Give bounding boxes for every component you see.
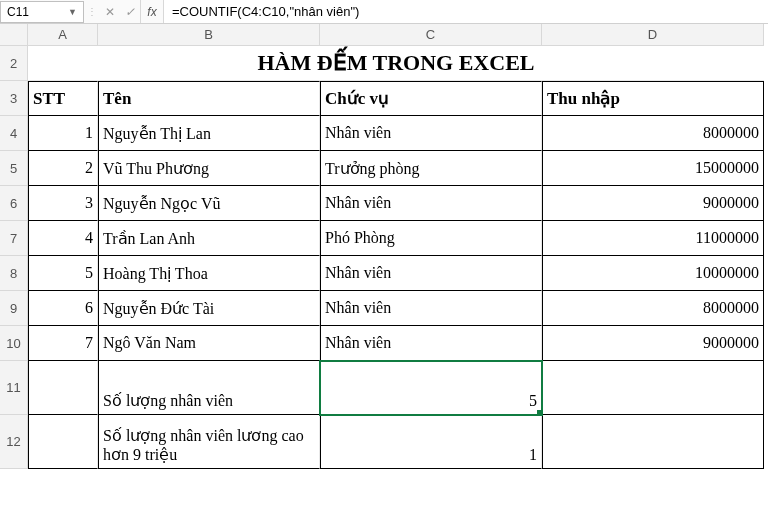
header-stt[interactable]: STT [28, 81, 98, 116]
cell-stt[interactable]: 2 [28, 151, 98, 186]
cell-ten[interactable]: Nguyễn Đức Tài [98, 291, 320, 326]
spreadsheet-grid: A B C D 2 HÀM ĐẾM TRONG EXCEL 3 STT Tên … [0, 24, 768, 469]
title-cell[interactable]: HÀM ĐẾM TRONG EXCEL [28, 46, 764, 81]
cell-stt[interactable]: 1 [28, 116, 98, 151]
cancel-icon[interactable]: ✕ [100, 5, 120, 19]
cell-stt[interactable]: 5 [28, 256, 98, 291]
check-icon[interactable]: ✓ [120, 5, 140, 19]
cell-chucvu[interactable]: Nhân viên [320, 256, 542, 291]
column-header-d[interactable]: D [542, 24, 764, 46]
column-header-a[interactable]: A [28, 24, 98, 46]
row-header[interactable]: 2 [0, 46, 28, 81]
header-chucvu[interactable]: Chức vụ [320, 81, 542, 116]
row-header[interactable]: 5 [0, 151, 28, 186]
cell-chucvu[interactable]: Trưởng phòng [320, 151, 542, 186]
summary-label-1[interactable]: Số lượng nhân viên [98, 361, 320, 415]
cell-chucvu[interactable]: Phó Phòng [320, 221, 542, 256]
cell-thunhap[interactable]: 15000000 [542, 151, 764, 186]
row-header[interactable]: 10 [0, 326, 28, 361]
cell-a12[interactable] [28, 415, 98, 469]
cell-stt[interactable]: 7 [28, 326, 98, 361]
cell-chucvu[interactable]: Nhân viên [320, 291, 542, 326]
fx-icon[interactable]: fx [140, 0, 164, 23]
row-header[interactable]: 3 [0, 81, 28, 116]
summary-value-2[interactable]: 1 [320, 415, 542, 469]
cell-thunhap[interactable]: 10000000 [542, 256, 764, 291]
cell-d11[interactable] [542, 361, 764, 415]
separator: ⋮ [84, 6, 100, 17]
cell-ten[interactable]: Vũ Thu Phương [98, 151, 320, 186]
select-all-corner[interactable] [0, 24, 28, 46]
cell-ten[interactable]: Nguyễn Thị Lan [98, 116, 320, 151]
header-ten[interactable]: Tên [98, 81, 320, 116]
column-header-c[interactable]: C [320, 24, 542, 46]
cell-chucvu[interactable]: Nhân viên [320, 326, 542, 361]
cell-ten[interactable]: Ngô Văn Nam [98, 326, 320, 361]
formula-bar: C11 ▼ ⋮ ✕ ✓ fx =COUNTIF(C4:C10,"nhân viê… [0, 0, 768, 24]
row-header[interactable]: 7 [0, 221, 28, 256]
cell-thunhap[interactable]: 9000000 [542, 326, 764, 361]
row-header[interactable]: 4 [0, 116, 28, 151]
cell-a11[interactable] [28, 361, 98, 415]
column-header-b[interactable]: B [98, 24, 320, 46]
summary-label-2[interactable]: Số lượng nhân viên lương cao hơn 9 triệu [98, 415, 320, 469]
summary-value-1[interactable]: 5 [320, 361, 542, 415]
cell-thunhap[interactable]: 11000000 [542, 221, 764, 256]
row-header[interactable]: 6 [0, 186, 28, 221]
chevron-down-icon[interactable]: ▼ [68, 7, 77, 17]
header-thunhap[interactable]: Thu nhập [542, 81, 764, 116]
row-header[interactable]: 11 [0, 361, 28, 415]
cell-stt[interactable]: 3 [28, 186, 98, 221]
cell-chucvu[interactable]: Nhân viên [320, 116, 542, 151]
cell-reference: C11 [7, 5, 29, 19]
cell-thunhap[interactable]: 8000000 [542, 116, 764, 151]
formula-input[interactable]: =COUNTIF(C4:C10,"nhân viên") [164, 0, 768, 23]
cell-chucvu[interactable]: Nhân viên [320, 186, 542, 221]
cell-ten[interactable]: Trần Lan Anh [98, 221, 320, 256]
cell-stt[interactable]: 6 [28, 291, 98, 326]
cell-d12[interactable] [542, 415, 764, 469]
cell-ten[interactable]: Hoàng Thị Thoa [98, 256, 320, 291]
name-box[interactable]: C11 ▼ [0, 1, 84, 23]
row-header[interactable]: 9 [0, 291, 28, 326]
cell-stt[interactable]: 4 [28, 221, 98, 256]
row-header[interactable]: 8 [0, 256, 28, 291]
cell-thunhap[interactable]: 9000000 [542, 186, 764, 221]
cell-thunhap[interactable]: 8000000 [542, 291, 764, 326]
row-header[interactable]: 12 [0, 415, 28, 469]
cell-ten[interactable]: Nguyễn Ngọc Vũ [98, 186, 320, 221]
